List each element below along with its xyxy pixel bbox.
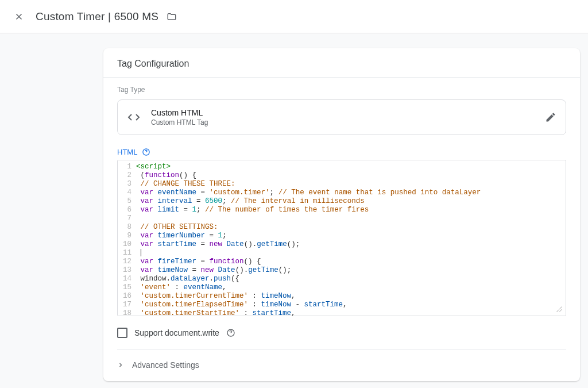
tag-type-description: Custom HTML Tag [151, 118, 208, 126]
support-document-write-checkbox[interactable] [117, 328, 127, 338]
advanced-settings-label: Advanced Settings [132, 360, 199, 370]
tag-type-label: Tag Type [117, 86, 566, 94]
top-header: Custom Timer | 6500 MS [0, 0, 588, 33]
tag-type-name: Custom HTML [151, 108, 208, 117]
advanced-settings-toggle[interactable]: Advanced Settings [117, 360, 566, 370]
tag-type-selector[interactable]: Custom HTML Custom HTML Tag [117, 99, 566, 135]
code-gutter: 1 2 3 4 5 6 7 8 9 10 11 12 13 14 15 16 1… [118, 160, 135, 316]
tag-config-card: Tag Configuration Tag Type Custom HTML C… [103, 48, 580, 381]
help-icon[interactable] [142, 148, 150, 156]
support-document-write-label: Support document.write [134, 328, 219, 337]
resize-handle-icon[interactable] [555, 305, 563, 313]
folder-icon[interactable] [167, 11, 177, 22]
card-title: Tag Configuration [103, 48, 580, 78]
help-icon[interactable] [226, 328, 235, 337]
close-icon[interactable] [14, 11, 24, 22]
code-icon [127, 110, 141, 124]
html-editor-label: HTML [117, 148, 137, 156]
code-content[interactable]: <script> (function() { // CHANGE THESE T… [135, 160, 484, 316]
chevron-right-icon [117, 362, 124, 368]
page-title: Custom Timer | 6500 MS [36, 10, 158, 23]
code-editor[interactable]: 1 2 3 4 5 6 7 8 9 10 11 12 13 14 15 16 1… [117, 160, 566, 316]
edit-icon[interactable] [545, 112, 556, 123]
